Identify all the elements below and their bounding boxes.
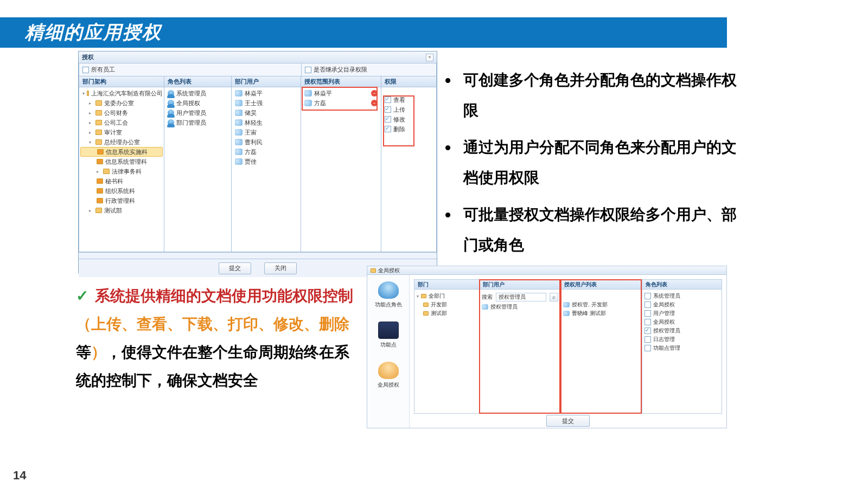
remove-icon[interactable]: −	[371, 100, 378, 106]
bullet-list: 可创建多个角色并分配角色的文档操作权限 通过为用户分配不同角色来分配用户的文档使…	[445, 65, 738, 267]
person-icon	[235, 110, 242, 116]
tree-node[interactable]: 行政管理科	[80, 196, 163, 206]
pane-roles: 角色列表 系统管理员 全局授权 用户管理员 部门管理员	[164, 76, 232, 252]
role-check-item[interactable]: 日志管理	[644, 335, 719, 344]
submit-button[interactable]: 提交	[219, 262, 251, 274]
role-item[interactable]: 系统管理员	[165, 88, 230, 98]
perm-item[interactable]: 修改	[382, 114, 435, 124]
role-item[interactable]: 部门管理员	[165, 118, 230, 127]
bullet-item: 通过为用户分配不同角色来分配用户的文档使用权限	[445, 132, 738, 193]
page-number: 14	[13, 468, 26, 483]
tree-node[interactable]: ▾总经理办公室	[80, 137, 163, 147]
horizontal-scrollbar[interactable]	[79, 252, 437, 259]
person-icon	[304, 100, 312, 106]
sec-pane-dept-header: 部门	[414, 280, 479, 290]
sec-pane-authusers: 授权用户列表 授权管. 开发部 曹晓峰 测试部	[560, 279, 642, 414]
tree-node[interactable]: ▸法律事务科	[80, 166, 163, 176]
user-item[interactable]: 方磊	[233, 147, 299, 157]
inherit-checkbox[interactable]	[305, 67, 311, 73]
all-employees-label: 所有员工	[91, 66, 115, 74]
scope-item[interactable]: 方磊 −	[302, 98, 380, 108]
role-checkbox[interactable]	[644, 328, 651, 334]
sidebar-item-feature[interactable]: 功能点	[378, 322, 399, 349]
role-check-item[interactable]: 全局授权	[644, 300, 719, 309]
role-checkbox[interactable]	[644, 345, 651, 351]
pane-users: 部门用户 林焱平 王士强 储昊 林轻生 王宙 曹利民 方磊 贾佳	[232, 76, 301, 252]
tree-node[interactable]: ▸公司财务	[80, 108, 163, 118]
user-gold-icon	[378, 362, 399, 379]
tree-root[interactable]: ▾上海汇众汽车制造有限公司	[80, 88, 163, 98]
close-button[interactable]: 关闭	[264, 262, 297, 274]
role-check-item[interactable]: 系统管理员	[644, 292, 719, 300]
user-item[interactable]: 储昊	[233, 108, 299, 118]
user-item[interactable]: 林轻生	[233, 118, 299, 127]
tree-node[interactable]: 秘书科	[80, 176, 163, 186]
bullet-item: 可批量授权文档操作权限给多个用户、部门或角色	[445, 200, 738, 260]
tree-node[interactable]: 开发部	[417, 300, 477, 309]
close-icon[interactable]: ×	[426, 54, 433, 61]
role-checkbox[interactable]	[644, 301, 651, 308]
perm-item[interactable]: 查看	[382, 95, 435, 105]
all-employees-row: 所有员工	[79, 63, 301, 76]
user-item[interactable]: 贾佳	[233, 157, 299, 166]
person-icon	[563, 311, 570, 316]
auth-user-item[interactable]: 授权管. 开发部	[563, 300, 640, 309]
perm-item[interactable]: 上传	[382, 105, 435, 114]
remove-icon[interactable]: −	[371, 90, 378, 97]
user-item[interactable]: 王宙	[233, 127, 299, 137]
perm-checkbox[interactable]	[385, 126, 391, 132]
perm-checkbox[interactable]	[385, 97, 391, 103]
role-item[interactable]: 用户管理员	[165, 108, 230, 118]
all-employees-checkbox[interactable]	[82, 67, 89, 73]
role-item[interactable]: 全局授权	[165, 98, 230, 108]
role-checkbox[interactable]	[644, 293, 651, 299]
scope-item[interactable]: 林焱平 −	[302, 88, 380, 98]
tree-node[interactable]: 组织系统科	[80, 186, 163, 196]
user-item[interactable]: 林焱平	[233, 88, 299, 98]
tree-node-selected[interactable]: 信息系统实施科	[80, 147, 163, 157]
check-icon: ✓	[76, 287, 88, 304]
tree-node[interactable]: 信息系统管理科	[80, 157, 163, 166]
tree-node[interactable]: ▸测试部	[80, 206, 163, 215]
pane-roles-header: 角色列表	[164, 76, 231, 87]
tree-node[interactable]: ▾全部门	[417, 292, 477, 300]
sec-pane-users-header: 部门用户	[480, 280, 560, 290]
sec-pane-roles: 角色列表 系统管理员 全局授权 用户管理 全局授权 授权管理员 日志管理 功能点…	[642, 279, 722, 414]
tree-node[interactable]: ▸公司工会	[80, 118, 163, 127]
role-check-item[interactable]: 功能点管理	[644, 344, 719, 352]
user-item[interactable]: 授权管理员	[482, 303, 558, 311]
auth-user-item[interactable]: 曹晓峰 测试部	[563, 309, 640, 318]
person-icon	[235, 139, 242, 145]
user-item[interactable]: 王士强	[233, 98, 299, 108]
user-item[interactable]: 曹利民	[233, 137, 299, 147]
perm-checkbox[interactable]	[385, 116, 391, 123]
search-input[interactable]: 授权管理员	[496, 293, 546, 301]
role-check-item[interactable]: 用户管理	[644, 309, 719, 318]
sidebar-item-global[interactable]: 全局授权	[378, 362, 399, 389]
pane-dept-header: 部门架构	[79, 76, 164, 87]
global-auth-dialog: 全局授权 功能点角色 功能点 全局授权	[367, 266, 727, 428]
tree-node[interactable]: 测试部	[417, 309, 477, 318]
role-checkbox[interactable]	[644, 336, 651, 343]
slide-title: 精细的应用授权	[25, 20, 162, 45]
role-check-item[interactable]: 授权管理员	[644, 326, 719, 335]
tree-node[interactable]: ▸审计室	[80, 127, 163, 137]
perm-item[interactable]: 删除	[382, 124, 435, 134]
search-button[interactable]: ⌕	[550, 293, 558, 301]
user-icon	[168, 119, 174, 126]
person-icon	[235, 100, 242, 106]
role-checkbox[interactable]	[644, 310, 651, 317]
tree-node[interactable]: ▸党委办公室	[80, 98, 163, 108]
pane-perm-header: 权限	[381, 76, 436, 87]
bullet-item: 可创建多个角色并分配角色的文档操作权限	[445, 65, 738, 126]
role-check-item[interactable]: 全局授权	[644, 318, 719, 326]
role-checkbox[interactable]	[644, 319, 651, 325]
user-icon	[168, 110, 174, 116]
sidebar-item-role[interactable]: 功能点角色	[375, 281, 402, 309]
summary-paragraph: ✓系统提供精细的文档使用功能权限控制（上传、查看、下载、打印、修改、删除等），使…	[76, 282, 363, 395]
sec-submit-button[interactable]: 提交	[546, 415, 590, 427]
person-icon	[235, 158, 242, 165]
sec-pane-dept: 部门 ▾全部门 开发部 测试部	[414, 279, 479, 414]
perm-checkbox[interactable]	[385, 106, 391, 113]
monitor-icon	[378, 322, 399, 339]
